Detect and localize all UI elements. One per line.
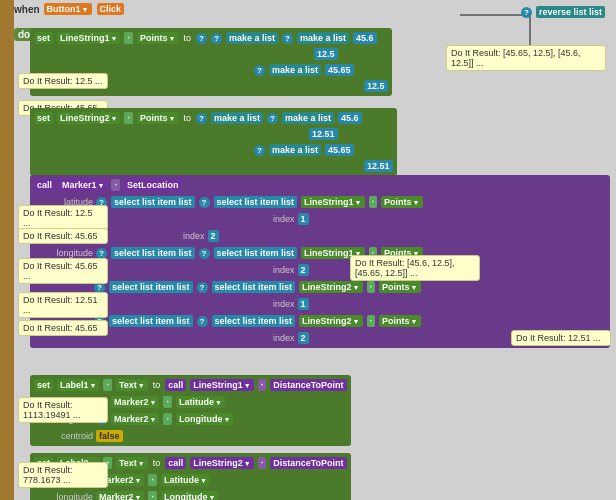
marker2-lon2[interactable]: Marker2 ▼ xyxy=(96,491,144,500)
q-icon-lon2: ? xyxy=(199,248,210,259)
click-block[interactable]: Click xyxy=(97,3,125,15)
set-linestring2-section: set LineString2 ▼ · Points ▼ to ? make a… xyxy=(30,108,397,176)
make-list-1[interactable]: make a list xyxy=(226,32,278,44)
dot4: · xyxy=(369,196,378,208)
result-box-1: Do It Result: 12.5 ... xyxy=(18,73,108,89)
reverse-list-block[interactable]: reverse list list xyxy=(536,6,605,18)
points-ls2[interactable]: Points ▼ xyxy=(379,281,420,293)
dot11: · xyxy=(163,413,172,425)
select-list-lon2[interactable]: select list item list xyxy=(214,247,298,259)
distancetopoint1[interactable]: DistanceToPoint xyxy=(270,379,346,391)
set-label1-row: set Label1 ▼ · Text ▼ to call LineString… xyxy=(33,378,348,392)
dist1-centroid-row: centroid false xyxy=(33,429,124,443)
select-list-lat[interactable]: select list item list xyxy=(111,196,195,208)
marker1-var[interactable]: Marker1 ▼ xyxy=(59,179,107,191)
select-list-lon[interactable]: select list item list xyxy=(111,247,195,259)
result-topright-text: Do It Result: [45.65, 12.5], [45.6, 12.5… xyxy=(451,48,581,68)
index-val-lon[interactable]: 2 xyxy=(298,264,309,276)
val-row-1251: 12.51 xyxy=(33,127,394,141)
set-label-2: set xyxy=(34,112,53,124)
do-label: do xyxy=(18,29,30,40)
call-label-dist1: call xyxy=(165,379,186,391)
dot7: · xyxy=(367,315,376,327)
call-label-dist2: call xyxy=(165,457,186,469)
longitude-label: longitude xyxy=(43,248,93,258)
select-ls2b-row: ? select list item list ? select list it… xyxy=(33,314,607,328)
points-prop1[interactable]: Points ▼ xyxy=(137,32,178,44)
result-box-dist2: Do It Result: 778.1673 ... xyxy=(18,462,108,488)
index-ls2-val[interactable]: 1 xyxy=(298,298,309,310)
result-dist2-text: Do It Result: 778.1673 ... xyxy=(23,465,73,485)
linestring2-var[interactable]: LineString2 ▼ xyxy=(57,112,120,124)
make-list-3[interactable]: make a list xyxy=(269,64,321,76)
linestring1-lat[interactable]: LineString1 ▼ xyxy=(301,196,364,208)
select-list-ls2d[interactable]: select list item list xyxy=(212,315,296,327)
latitude-prop2[interactable]: Latitude ▼ xyxy=(161,474,210,486)
distancetopoint2[interactable]: DistanceToPoint xyxy=(270,457,346,469)
result-lon2-text: Do It Result: [45.6, 12.5], [45.65, 12.5… xyxy=(355,258,455,278)
val-1251[interactable]: 12.51 xyxy=(309,128,338,140)
set-ls2-row1: set LineString2 ▼ · Points ▼ to ? make a… xyxy=(33,111,394,125)
points-lat[interactable]: Points ▼ xyxy=(381,196,422,208)
index-val-2[interactable]: 2 xyxy=(208,230,219,242)
result-lon-text: Do It Result: 45.65... xyxy=(23,261,98,281)
dist2-lon-row: longitude Marker2 ▼ · Longitude ▼ xyxy=(33,490,219,500)
select-list-lat2[interactable]: select list item list xyxy=(214,196,298,208)
select-list-ls2[interactable]: select list item list xyxy=(109,281,193,293)
longitude-prop2[interactable]: Longitude ▼ xyxy=(161,491,218,500)
button1-block[interactable]: Button1 ▼ xyxy=(44,3,92,15)
index2-row: index 2 xyxy=(33,229,607,243)
val-1251b[interactable]: 12.51 xyxy=(364,160,393,172)
dot6: · xyxy=(367,281,376,293)
linestring1-var[interactable]: LineString1 ▼ xyxy=(57,32,120,44)
when-label: when xyxy=(14,4,40,15)
linestring2-dist[interactable]: LineString2 ▼ xyxy=(190,457,253,469)
val-125b[interactable]: 12.5 xyxy=(364,80,388,92)
make-list-5[interactable]: make a list xyxy=(282,112,334,124)
latitude-prop[interactable]: Latitude ▼ xyxy=(176,396,225,408)
dot15: · xyxy=(148,491,157,500)
val-456b[interactable]: 45.6 xyxy=(338,112,362,124)
setlocation-method[interactable]: SetLocation xyxy=(124,179,182,191)
make-list-2[interactable]: make a list xyxy=(297,32,349,44)
val-4565b[interactable]: 45.65 xyxy=(325,144,354,156)
label1-var[interactable]: Label1 ▼ xyxy=(57,379,99,391)
result-box-ls2-2: Do It Result: 45.65 xyxy=(18,320,108,336)
info-icon-4: ? xyxy=(254,65,265,76)
dot14: · xyxy=(148,474,157,486)
marker2-lon[interactable]: Marker2 ▼ xyxy=(111,413,159,425)
text-prop1[interactable]: Text ▼ xyxy=(116,379,148,391)
result-box-dist-topright: Do It Result: 12.51 ... xyxy=(511,330,611,346)
linestring2-selb[interactable]: LineString2 ▼ xyxy=(299,315,362,327)
dot3: · xyxy=(111,179,120,191)
false-val[interactable]: false xyxy=(96,430,123,442)
index-ls2-2-val[interactable]: 2 xyxy=(298,332,309,344)
points-ls2b[interactable]: Points ▼ xyxy=(379,315,420,327)
make-list-6[interactable]: make a list xyxy=(269,144,321,156)
index-ls2-2-label: index xyxy=(273,333,295,343)
points-prop2[interactable]: Points ▼ xyxy=(137,112,178,124)
longitude-row: longitude ? select list item list ? sele… xyxy=(33,246,607,260)
result-lat2-text: Do It Result: 45.65 xyxy=(23,231,98,241)
index-ls2-1-row: index 1 xyxy=(33,297,607,311)
select-list-ls2b[interactable]: select list item list xyxy=(212,281,296,293)
make-list-4[interactable]: make a list xyxy=(211,112,263,124)
val-456[interactable]: 45.6 xyxy=(353,32,377,44)
val-125[interactable]: 12.5 xyxy=(314,48,338,60)
to-label2: to xyxy=(183,113,191,123)
button1-arrow[interactable]: ▼ xyxy=(82,6,89,13)
dot8: · xyxy=(103,379,112,391)
result-box-lon: Do It Result: 45.65... xyxy=(18,258,108,284)
text-prop2[interactable]: Text ▼ xyxy=(116,457,148,469)
val-4565[interactable]: 45.65 xyxy=(325,64,354,76)
result-dist-topright-text: Do It Result: 12.51 ... xyxy=(516,333,601,343)
linestring2-sel[interactable]: LineString2 ▼ xyxy=(299,281,362,293)
index-lon-row: index 2 xyxy=(33,263,607,277)
longitude-prop[interactable]: Longitude ▼ xyxy=(176,413,233,425)
select-list-ls2c[interactable]: select list item list xyxy=(109,315,193,327)
select-ls2-row: ? select list item list ? select list it… xyxy=(33,280,607,294)
index-val-1[interactable]: 1 xyxy=(298,213,309,225)
linestring1-dist[interactable]: LineString1 ▼ xyxy=(190,379,253,391)
index-label-lon: index xyxy=(273,265,295,275)
marker2-lat[interactable]: Marker2 ▼ xyxy=(111,396,159,408)
